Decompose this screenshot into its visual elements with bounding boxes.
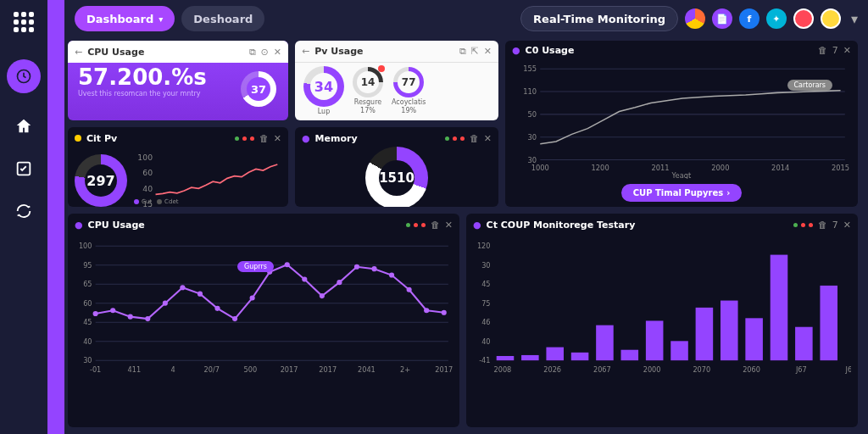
- svg-text:500: 500: [244, 365, 258, 374]
- svg-point-42: [93, 311, 98, 316]
- close-icon[interactable]: ✕: [484, 46, 492, 57]
- svg-text:45: 45: [83, 318, 92, 326]
- trash-icon[interactable]: 🗑: [470, 133, 479, 144]
- memory-donut: 1510: [365, 147, 428, 207]
- status-dot-icon: [75, 135, 81, 142]
- svg-text:2000: 2000: [643, 365, 661, 374]
- cup-timal-button[interactable]: CUP Timal Pupyres ›: [621, 184, 743, 202]
- memory-card: ● Memory 🗑✕ 1510: [295, 127, 498, 207]
- svg-point-44: [128, 314, 133, 320]
- dot-icon: ●: [473, 220, 481, 231]
- svg-point-50: [232, 316, 237, 321]
- svg-text:J67: J67: [795, 365, 807, 374]
- back-icon[interactable]: ←: [302, 46, 309, 57]
- facebook-icon[interactable]: f: [739, 8, 760, 29]
- pv-ring-3: 77: [393, 67, 424, 97]
- cpu-usage-mini-card: ← CPU Usage ⧉⊙✕ 57.200.%s Uvest this res…: [68, 41, 288, 120]
- chevron-down-icon[interactable]: ▾: [851, 11, 858, 27]
- dashboard-tab[interactable]: Deshoard: [181, 6, 264, 31]
- svg-rect-87: [670, 341, 688, 360]
- svg-text:-41: -41: [479, 356, 490, 364]
- svg-point-56: [337, 280, 342, 285]
- close-icon[interactable]: ✕: [445, 220, 453, 231]
- svg-rect-81: [521, 355, 539, 360]
- svg-text:110: 110: [523, 87, 537, 96]
- avatar-2[interactable]: [821, 8, 841, 29]
- cpu-ring: 37: [241, 71, 276, 107]
- pv-usage-card: ← Pv Usage ⧉⇱✕ 34 Lup 14 Resgure 17%: [295, 41, 498, 120]
- svg-rect-88: [696, 308, 714, 360]
- trash-icon[interactable]: 🗑: [818, 45, 827, 56]
- svg-point-46: [163, 301, 168, 306]
- svg-rect-84: [596, 326, 614, 361]
- star-icon[interactable]: ✦: [766, 8, 787, 29]
- svg-point-53: [285, 262, 290, 267]
- legend-item: Cdet: [157, 198, 178, 205]
- svg-text:45: 45: [481, 280, 490, 288]
- svg-point-60: [407, 287, 412, 292]
- svg-text:2+: 2+: [400, 365, 410, 374]
- home-icon[interactable]: [14, 117, 33, 136]
- svg-text:40: 40: [83, 337, 92, 346]
- cpu-usage-line-card: ● CPU Usage 🗑✕ 100956560454030-01411420/…: [68, 214, 459, 427]
- svg-text:2017: 2017: [435, 365, 453, 374]
- svg-text:100: 100: [137, 153, 153, 162]
- pie-icon[interactable]: [685, 8, 705, 29]
- svg-rect-93: [820, 286, 837, 360]
- dashboard-dropdown[interactable]: Dashboard▾: [75, 6, 175, 31]
- card-title: Cit Pv: [86, 133, 230, 144]
- svg-text:50: 50: [527, 110, 537, 119]
- card-title: CPU Usage: [87, 47, 243, 58]
- svg-rect-82: [546, 348, 564, 361]
- trash-icon[interactable]: 🗑: [818, 220, 827, 231]
- checklist-icon[interactable]: [14, 159, 33, 178]
- svg-point-45: [145, 316, 150, 321]
- svg-point-61: [424, 308, 429, 313]
- back-icon[interactable]: ←: [75, 47, 82, 58]
- popout-icon[interactable]: ⇱: [471, 46, 479, 57]
- close-icon[interactable]: ✕: [843, 45, 851, 56]
- svg-point-47: [180, 285, 185, 290]
- svg-rect-80: [497, 356, 515, 360]
- svg-text:60: 60: [83, 299, 92, 308]
- cpu-bar-chart: 1203045754640-41200820262067200020702060…: [470, 239, 851, 378]
- svg-text:1000: 1000: [531, 164, 549, 172]
- close-icon[interactable]: ✕: [484, 133, 492, 144]
- svg-point-51: [250, 295, 255, 300]
- svg-point-55: [320, 293, 325, 298]
- legend-item: Cut: [134, 198, 152, 205]
- svg-text:Yeagt: Yeagt: [671, 171, 692, 179]
- realtime-monitoring-button[interactable]: Real-Time Monitoring: [520, 6, 678, 31]
- svg-text:30: 30: [527, 132, 537, 141]
- close-icon[interactable]: ✕: [274, 47, 281, 58]
- svg-text:2026: 2026: [543, 365, 561, 374]
- card-title: Ct COUP Monitorege Testary: [487, 220, 788, 231]
- refresh-icon[interactable]: [14, 202, 33, 220]
- pv-ring-2: 14: [353, 67, 383, 97]
- svg-point-59: [389, 272, 394, 277]
- dot-icon: ●: [75, 220, 83, 231]
- trash-icon[interactable]: 🗑: [431, 220, 440, 231]
- settings-icon[interactable]: ⊙: [261, 47, 269, 58]
- copy-icon[interactable]: ⧉: [249, 47, 256, 58]
- svg-text:40: 40: [481, 337, 490, 346]
- svg-point-43: [110, 308, 115, 313]
- svg-text:2014: 2014: [771, 164, 789, 172]
- copy-icon[interactable]: ⧉: [459, 46, 466, 57]
- close-icon[interactable]: ✕: [843, 220, 851, 231]
- clock-icon[interactable]: [7, 59, 41, 93]
- svg-point-54: [302, 276, 307, 281]
- doc-icon[interactable]: 📄: [712, 8, 732, 29]
- alert-dot-icon: [378, 65, 385, 72]
- cpu-bar-card: ● Ct COUP Monitorege Testary 🗑7✕ 1203045…: [466, 214, 858, 427]
- svg-point-48: [198, 292, 203, 297]
- trash-icon[interactable]: 🗑: [259, 133, 269, 144]
- svg-text:2011: 2011: [651, 164, 669, 172]
- dot-icon: ●: [512, 45, 520, 56]
- close-icon[interactable]: ✕: [274, 133, 281, 144]
- svg-text:40: 40: [142, 184, 153, 193]
- avatar-1[interactable]: [793, 8, 814, 29]
- svg-text:46: 46: [481, 318, 490, 326]
- apps-grid-icon[interactable]: [14, 12, 34, 32]
- pv-main-ring: 34: [303, 66, 344, 107]
